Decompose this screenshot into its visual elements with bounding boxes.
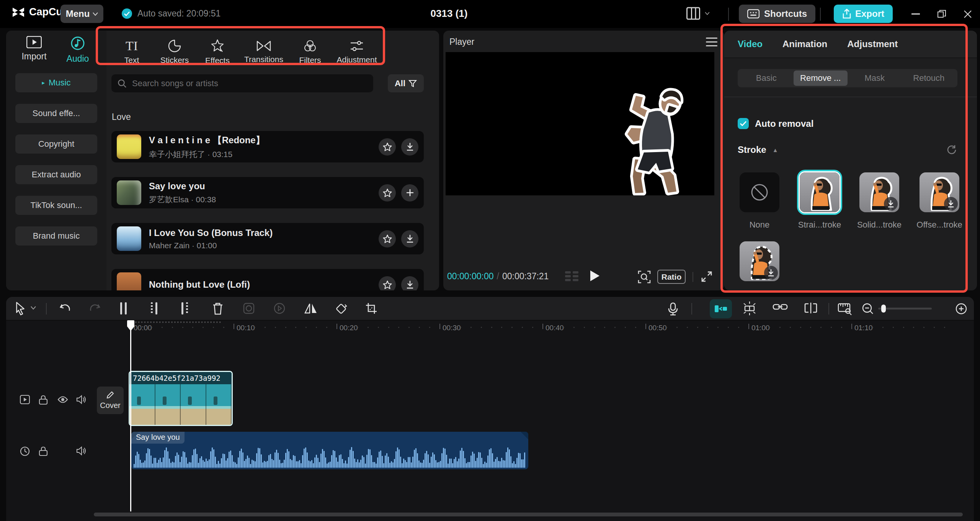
stroke-option-straight[interactable] bbox=[800, 172, 840, 212]
audio-lock-icon[interactable] bbox=[39, 446, 48, 456]
subtab-remove-[interactable]: Remove ... bbox=[794, 70, 848, 86]
favorite-star-icon[interactable] bbox=[379, 230, 396, 247]
tab-animation[interactable]: Animation bbox=[782, 39, 827, 49]
audio-track-icon[interactable] bbox=[20, 446, 30, 456]
freeze-frame-icon[interactable] bbox=[273, 302, 286, 315]
favorite-star-icon[interactable] bbox=[379, 184, 396, 202]
video-clip[interactable]: 72664b42e5f21a73a992 bbox=[129, 371, 233, 426]
song-row[interactable]: Say love you罗艺歆Elsa · 00:38 bbox=[111, 177, 424, 208]
select-tool-icon[interactable] bbox=[15, 301, 26, 315]
timeline-scale-icon[interactable] bbox=[838, 302, 852, 315]
add-to-timeline-icon[interactable] bbox=[401, 184, 418, 202]
layout-switch-button[interactable] bbox=[686, 7, 710, 20]
shortcuts-button[interactable]: Shortcuts bbox=[739, 5, 815, 23]
export-button[interactable]: Export bbox=[834, 5, 893, 23]
redo-icon[interactable] bbox=[89, 302, 101, 315]
sidebar-item-extract-audio[interactable]: Extract audio bbox=[15, 165, 97, 184]
tab-text[interactable]: TIText bbox=[110, 34, 153, 70]
tab-filters[interactable]: Filters bbox=[289, 34, 332, 70]
split-icon[interactable] bbox=[120, 302, 127, 315]
tab-stickers[interactable]: Stickers bbox=[153, 34, 196, 70]
preview-quality-icon[interactable] bbox=[638, 270, 651, 283]
stroke-option-dashed[interactable] bbox=[740, 241, 779, 281]
subtab-retouch[interactable]: Retouch bbox=[902, 70, 956, 86]
subtab-basic[interactable]: Basic bbox=[739, 70, 794, 86]
filter-all-label: All bbox=[395, 79, 405, 88]
title-bar: CapCut Menu Auto saved: 20:09:51 0313 (1… bbox=[0, 0, 980, 28]
maximize-button[interactable] bbox=[934, 7, 949, 21]
tab-adjustment[interactable]: Adjustment bbox=[332, 34, 382, 70]
stroke-option-solid[interactable] bbox=[859, 172, 899, 212]
split-left-icon[interactable] bbox=[151, 302, 157, 315]
undo-icon[interactable] bbox=[59, 302, 71, 315]
playhead[interactable] bbox=[130, 321, 131, 511]
stroke-option-label: None bbox=[731, 220, 788, 230]
track-mute-icon[interactable] bbox=[76, 395, 87, 404]
minimize-button[interactable] bbox=[908, 7, 923, 21]
mirror-icon[interactable] bbox=[304, 302, 318, 315]
sidebar-item-music[interactable]: ▸Music bbox=[15, 73, 97, 92]
audio-clip-right-handle[interactable] bbox=[521, 432, 528, 439]
ratio-button[interactable]: Ratio bbox=[657, 270, 686, 284]
tab-import[interactable]: Import bbox=[13, 36, 55, 62]
menu-button[interactable]: Menu bbox=[60, 5, 103, 23]
video-preview[interactable] bbox=[446, 52, 714, 195]
playhead-handle[interactable] bbox=[127, 320, 135, 331]
play-button[interactable] bbox=[590, 270, 600, 282]
sidebar-item-brand-music[interactable]: Brand music bbox=[15, 226, 97, 246]
filter-all-button[interactable]: All bbox=[388, 74, 424, 92]
download-icon[interactable] bbox=[401, 276, 418, 291]
split-view-icon[interactable] bbox=[804, 302, 818, 314]
zoom-slider-handle[interactable] bbox=[881, 305, 886, 313]
tab-effects[interactable]: Effects bbox=[196, 34, 239, 70]
audio-clip[interactable]: Say love you bbox=[131, 432, 528, 469]
auto-snap-toggle[interactable] bbox=[710, 299, 732, 318]
track-lock-icon[interactable] bbox=[39, 395, 48, 405]
track-visibility-icon[interactable] bbox=[57, 395, 68, 404]
audio-waveform bbox=[134, 446, 526, 468]
cover-button[interactable]: Cover bbox=[97, 387, 124, 414]
delete-icon[interactable] bbox=[212, 302, 224, 315]
sidebar-item-sound-effe-[interactable]: Sound effe... bbox=[15, 104, 97, 123]
stroke-option-offset[interactable] bbox=[920, 172, 959, 212]
timeline-scrollbar[interactable] bbox=[94, 513, 963, 516]
ruler-minor-tick bbox=[316, 327, 317, 328]
song-row[interactable]: V a l e n t i n e 【Redone】幸子小姐拜托了 · 03:1… bbox=[111, 131, 424, 162]
favorite-star-icon[interactable] bbox=[379, 138, 396, 156]
stroke-option-none[interactable] bbox=[740, 172, 779, 212]
subtab-mask[interactable]: Mask bbox=[848, 70, 902, 86]
search-input[interactable]: Search songs or artists bbox=[111, 74, 373, 92]
tab-adjustment[interactable]: Adjustment bbox=[847, 39, 898, 49]
tab-video[interactable]: Video bbox=[738, 39, 763, 49]
split-right-icon[interactable] bbox=[181, 302, 188, 315]
track-media-icon[interactable] bbox=[20, 395, 30, 404]
player-menu-icon[interactable] bbox=[706, 38, 717, 46]
fullscreen-icon[interactable] bbox=[701, 270, 713, 283]
rotate-icon[interactable] bbox=[335, 302, 348, 315]
crop-icon[interactable] bbox=[365, 302, 377, 315]
reset-icon[interactable] bbox=[946, 144, 957, 156]
song-title: I Love You So (Bonus Track) bbox=[149, 228, 379, 238]
frame-view-icon[interactable] bbox=[565, 271, 578, 281]
link-icon[interactable] bbox=[773, 302, 788, 311]
preview-axis-icon[interactable] bbox=[742, 301, 757, 316]
tab-transitions[interactable]: Transitions bbox=[239, 34, 289, 70]
zoom-in-icon[interactable] bbox=[955, 302, 968, 315]
mask-icon[interactable] bbox=[243, 302, 255, 315]
select-tool-dropdown-icon[interactable] bbox=[31, 306, 36, 310]
audio-mute-icon[interactable] bbox=[76, 446, 87, 455]
song-row[interactable]: Nothing but Love (Lofi) bbox=[111, 269, 424, 290]
download-icon[interactable] bbox=[401, 230, 418, 247]
sidebar-item-tiktok-soun-[interactable]: TikTok soun... bbox=[15, 196, 97, 215]
auto-removal-checkbox[interactable] bbox=[738, 118, 749, 129]
download-icon[interactable] bbox=[401, 138, 418, 156]
zoom-out-icon[interactable] bbox=[861, 302, 874, 315]
record-voiceover-icon[interactable] bbox=[668, 302, 678, 316]
close-button[interactable] bbox=[960, 7, 975, 21]
song-row[interactable]: I Love You So (Bonus Track)Maher Zain · … bbox=[111, 223, 424, 254]
favorite-star-icon[interactable] bbox=[379, 276, 396, 291]
tab-audio[interactable]: Audio bbox=[57, 36, 99, 64]
sidebar-item-copyright[interactable]: Copyright bbox=[15, 134, 97, 154]
timeline-zoom-slider[interactable] bbox=[878, 308, 932, 310]
collapse-arrow-icon[interactable]: ▲ bbox=[773, 147, 778, 153]
